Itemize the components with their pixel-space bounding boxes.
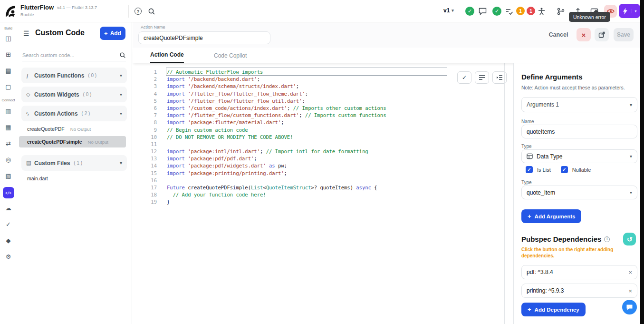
refresh-dependencies-button[interactable]: ↺ — [623, 233, 636, 245]
section-custom-functions[interactable]: ƒ Custom Functions ( 0 ) ▾ — [21, 68, 127, 83]
section-custom-widgets[interactable]: ◇ Custom Widgets ( 0 ) ▾ — [21, 87, 127, 102]
functions-icon: ƒ — [26, 73, 34, 79]
device-preview-icon[interactable]: ▢ — [0, 82, 17, 91]
project-name[interactable]: Rooble — [20, 12, 34, 17]
search-icon[interactable] — [147, 7, 156, 16]
settings-icon[interactable]: ⚙ — [0, 252, 17, 261]
line-number: 18 — [133, 191, 157, 198]
checks-icon[interactable]: ✓ — [0, 219, 17, 229]
code-line[interactable]: import 'package:intl/intl.dart'; // Impo… — [167, 148, 502, 155]
nullable-checkbox[interactable]: ✓ — [561, 166, 568, 173]
line-number: 5 — [133, 98, 157, 105]
save-button[interactable]: Save — [614, 28, 634, 41]
dependency-pdf[interactable]: pdf: ^3.8.4 × — [521, 265, 637, 279]
code-line[interactable]: import '/flutter_flow/flutter_flow_util.… — [167, 98, 502, 105]
section-label: Custom Functions — [34, 72, 84, 79]
add-arguments-button[interactable]: + Add Arguments — [521, 209, 581, 223]
cloud-icon[interactable]: ☁ — [0, 203, 17, 213]
storyboard-icon[interactable]: ▤ — [0, 66, 17, 75]
chevron-down-icon[interactable]: ▾ — [120, 160, 122, 166]
code-line[interactable]: import 'package:printing/printing.dart'; — [167, 170, 502, 177]
pages-icon[interactable]: ◫ — [0, 33, 17, 43]
check-status-icon[interactable]: ✓ — [465, 7, 474, 16]
code-line[interactable]: // Add your function code here! — [167, 191, 502, 198]
code-line[interactable]: import '/flutter_flow/custom_functions.d… — [167, 112, 502, 119]
auth-icon[interactable]: ◎ — [0, 155, 17, 164]
data-schema-icon[interactable]: ▥ — [0, 106, 17, 116]
api-icon[interactable]: ⇄ — [0, 138, 17, 148]
chevron-down-icon: ▾ — [630, 102, 632, 108]
chevron-down-icon[interactable]: ▾ — [120, 111, 122, 116]
code-line[interactable]: // Begin custom action code — [167, 127, 502, 134]
validate-code-button[interactable]: ✓ — [457, 71, 471, 84]
action-name-input[interactable]: createQuotePDFsimple — [138, 31, 270, 44]
comments-icon[interactable] — [478, 7, 487, 16]
delete-button[interactable]: × — [577, 28, 591, 41]
file-item-main-dart[interactable]: main.dart — [19, 173, 126, 184]
code-line[interactable]: Future createQuotePDFsimple(List<QuoteIt… — [167, 184, 502, 191]
line-number: 8 — [133, 119, 157, 126]
chevron-down-icon: ▾ — [630, 190, 632, 195]
action-item-createQuotePDF[interactable]: createQuotePDF No Output — [19, 123, 126, 135]
cancel-button[interactable]: Cancel — [546, 28, 571, 41]
argument-type-select[interactable]: Data Type ▾ — [521, 149, 637, 163]
run-button[interactable]: ▾ — [619, 4, 640, 18]
components-icon[interactable]: ⊞ — [0, 49, 17, 59]
integrations-icon[interactable]: ◆ — [0, 236, 17, 245]
help-icon[interactable]: ? — [135, 8, 142, 15]
argument-name-input[interactable]: quoteItems — [521, 125, 637, 138]
tab-action-code[interactable]: Action Code — [150, 48, 184, 63]
chat-support-button[interactable] — [622, 300, 637, 314]
code-line[interactable]: import 'package:pdf/pdf.dart'; — [167, 155, 502, 162]
dependency-printing[interactable]: printing: ^5.9.3 × — [521, 284, 637, 298]
section-count: ( 0 ) — [83, 92, 92, 97]
remove-dependency-icon[interactable]: × — [628, 269, 632, 276]
code-line[interactable]: import '/backend/schema/structs/index.da… — [167, 83, 502, 90]
custom-code-icon[interactable]: </> — [3, 187, 14, 198]
code-line[interactable] — [167, 177, 502, 184]
code-line[interactable] — [167, 141, 502, 148]
tab-code-copilot[interactable]: Code Copilot — [214, 48, 247, 63]
add-custom-code-button[interactable]: + Add — [100, 27, 125, 40]
code-review-icon[interactable] — [505, 7, 513, 16]
code-line[interactable]: // Automatic FlutterFlow imports — [167, 69, 502, 76]
code-line[interactable]: import '/flutter_flow/flutter_flow_theme… — [167, 90, 502, 98]
code-line[interactable]: import '/backend/backend.dart'; — [167, 76, 502, 83]
branch-icon[interactable] — [557, 7, 565, 16]
argument-subtype-select[interactable]: quote_Item ▾ — [521, 186, 637, 199]
add-dependency-button[interactable]: + Add Dependency — [521, 303, 586, 316]
code-line[interactable]: import '/custom_code/actions/index.dart'… — [167, 105, 502, 112]
section-custom-actions[interactable]: ϟ Custom Actions ( 2 ) ▾ — [21, 106, 127, 121]
custom-code-panel: ☰ Custom Code + Add Search custom code..… — [17, 22, 132, 324]
run-options-chevron-icon[interactable]: ▾ — [632, 9, 639, 13]
format-align-button[interactable] — [475, 71, 489, 84]
code-editor[interactable]: // Automatic FlutterFlow importsimport '… — [167, 69, 502, 206]
rail-build-group: ◫⊞▤▢ — [0, 33, 17, 91]
code-line[interactable]: // DO NOT REMOVE OR MODIFY THE CODE ABOV… — [167, 134, 502, 141]
plus-icon: + — [528, 306, 531, 313]
code-line[interactable]: import 'package:flutter/material.dart'; — [167, 119, 502, 126]
remove-dependency-icon[interactable]: × — [628, 287, 632, 295]
media-icon[interactable]: ▧ — [0, 171, 17, 180]
flutterflow-logo[interactable] — [4, 4, 16, 18]
warning-count-badge[interactable]: 1 — [516, 7, 525, 15]
lint-check-icon[interactable]: ✓ — [492, 7, 501, 16]
action-item-createQuotePDFsimple[interactable]: createQuotePDFsimple No Output — [19, 136, 126, 147]
section-custom-files[interactable]: ▤ Custom Files ( 1 ) ▾ — [21, 155, 127, 171]
chevron-down-icon[interactable]: ▾ — [120, 73, 122, 78]
is-list-checkbox[interactable]: ✓ — [526, 166, 533, 173]
code-line[interactable]: } — [167, 198, 502, 206]
info-icon[interactable]: i — [604, 236, 610, 242]
code-line[interactable]: import 'package:pdf/widgets.dart' as pw; — [167, 162, 502, 169]
database-icon[interactable]: ▦ — [0, 122, 17, 132]
is-list-label: Is List — [537, 167, 551, 173]
chevron-down-icon: ▾ — [452, 8, 454, 13]
search-custom-code-input[interactable]: Search custom code... — [22, 49, 126, 61]
accessibility-icon[interactable] — [537, 7, 546, 16]
arguments-group-header[interactable]: Arguments 1 ▾ — [521, 97, 637, 112]
error-count-badge[interactable]: 1 — [527, 7, 535, 15]
line-number: 9 — [133, 127, 157, 134]
version-selector[interactable]: v1 ▾ — [443, 7, 454, 14]
chevron-down-icon[interactable]: ▾ — [120, 92, 122, 97]
open-external-button[interactable] — [595, 28, 609, 41]
